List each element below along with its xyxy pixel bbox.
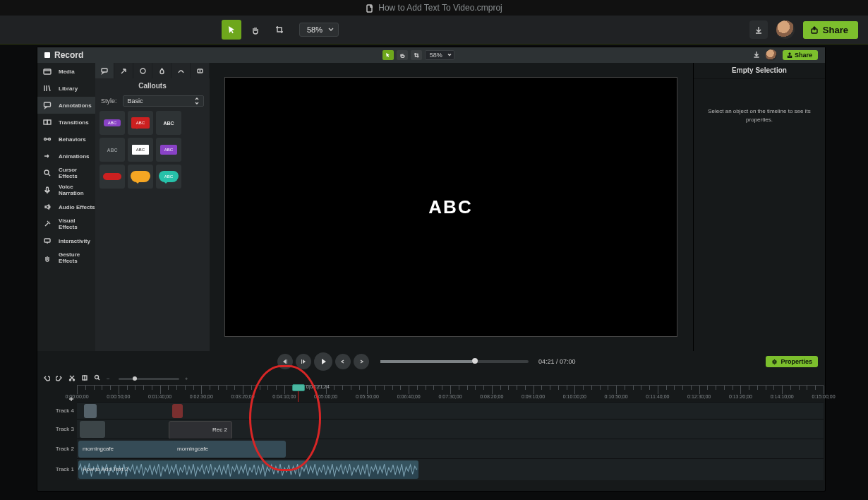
timeline-clip-audio[interactable]: morningcafe (78, 441, 177, 458)
cut-icon[interactable] (68, 374, 76, 383)
sidebar-item-voice-narration[interactable]: Voice Narration (37, 181, 95, 198)
inner-crop-tool[interactable] (411, 50, 422, 60)
track-label: Track 2 (56, 446, 74, 452)
annotation-tab-shapes[interactable] (133, 63, 152, 78)
inner-share-button[interactable]: Share (783, 50, 818, 60)
timeline-zoom-slider[interactable] (119, 378, 179, 380)
track-lane[interactable]: How to Add Text 2 (77, 458, 824, 480)
timeline-ruler[interactable]: 0:00:00;000:00:50;000:01:40;000:02:30;00… (39, 385, 824, 402)
callout-swatch[interactable]: ABC (156, 165, 181, 189)
track-lane[interactable]: Rec 2 (77, 419, 824, 439)
step-forward-button[interactable] (296, 354, 311, 369)
record-label[interactable]: Record (54, 50, 83, 60)
timeline-track: Track 3 Rec 2 (39, 419, 824, 439)
inner-zoom-select[interactable]: 58% (425, 50, 454, 60)
split-icon[interactable] (81, 374, 88, 383)
sidebar-item-annotations[interactable]: Annotations (37, 97, 95, 114)
scrub-knob[interactable] (472, 358, 478, 364)
inner-user-avatar[interactable] (766, 49, 777, 61)
inner-cursor-tool[interactable] (382, 50, 394, 60)
ruler-label: 0:05:00;00 (314, 394, 337, 399)
callout-swatch[interactable]: ABC (100, 138, 125, 162)
prev-marker-button[interactable] (335, 354, 351, 369)
zoom-in-icon[interactable]: + (185, 376, 188, 382)
track-label: Track 4 (56, 407, 74, 414)
cursor-tool-button[interactable] (222, 20, 241, 40)
track-label: Track 3 (56, 426, 74, 432)
sidebar-item-audio-effects[interactable]: Audio Effects (37, 198, 95, 215)
sidebar-item-behaviors[interactable]: Behaviors (37, 131, 95, 148)
sidebar-item-media[interactable]: Media (37, 63, 95, 80)
timeline-track: Track 1 How to Add Text 2 (39, 458, 824, 480)
timeline-track: Track 2 morningcafe morningcafe (39, 439, 824, 458)
annotation-tab-keystroke[interactable] (191, 63, 210, 78)
inner-download-button[interactable] (753, 50, 760, 60)
canvas-zoom-select[interactable]: 58% (299, 23, 339, 37)
track-lane[interactable] (77, 402, 824, 419)
download-button[interactable] (749, 20, 768, 39)
timeline-clip[interactable] (172, 404, 183, 418)
playhead[interactable]: 0:04:21;24 (292, 384, 305, 391)
timeline-zoom-knob[interactable] (133, 376, 137, 381)
ruler-label: 0:14:10;00 (771, 394, 794, 399)
callout-swatch[interactable]: ABC (156, 111, 181, 135)
annotation-tab-sketch[interactable] (171, 63, 191, 78)
sidebar-item-library[interactable]: Library (37, 80, 95, 97)
ruler-label: 0:02:30;00 (190, 394, 213, 399)
annotation-tab-blur[interactable] (152, 63, 171, 78)
sidebar-item-interactivity[interactable]: Interactivity (37, 232, 95, 249)
undo-icon[interactable] (43, 374, 50, 383)
style-select[interactable]: Basic (123, 95, 204, 107)
ruler-tick (201, 386, 202, 394)
svg-rect-11 (102, 69, 107, 72)
hand-tool-button[interactable] (246, 20, 265, 40)
callout-swatch[interactable]: ABC (100, 111, 125, 135)
annotation-tab-arrows[interactable] (114, 63, 133, 78)
timeline-clip-recording[interactable]: Rec 2 (169, 421, 232, 439)
scrub-bar[interactable] (380, 360, 529, 363)
window-titlebar: How to Add Text To Video.cmproj (0, 0, 868, 16)
ruler-tick (658, 386, 658, 394)
crop-tool-button[interactable] (270, 20, 289, 40)
properties-button[interactable]: Properties (766, 356, 818, 367)
sidebar-item-animations[interactable]: Animations (37, 148, 95, 165)
zoom-timeline-icon[interactable] (94, 374, 101, 383)
track-lane[interactable]: morningcafe morningcafe (77, 439, 824, 459)
ruler-label: 0:12:30;00 (687, 394, 711, 399)
user-avatar[interactable] (776, 20, 795, 39)
step-back-button[interactable] (277, 354, 293, 369)
ruler-tick (492, 386, 493, 394)
properties-empty-message: Select an object on the timeline to see … (694, 79, 825, 153)
canvas-text-callout[interactable]: ABC (428, 196, 472, 218)
timeline-clip[interactable] (84, 404, 97, 418)
ruler-label: 0:03:20;00 (231, 394, 255, 399)
callout-swatch[interactable]: ABC (128, 138, 153, 162)
redo-icon[interactable] (56, 374, 63, 383)
play-button[interactable] (314, 352, 332, 371)
zoom-out-icon[interactable]: − (107, 376, 110, 382)
callout-swatch[interactable] (100, 165, 125, 189)
sidebar-item-transitions[interactable]: Transitions (37, 114, 95, 131)
transport-bar: 04:21 / 07:00 Properties (37, 351, 825, 372)
sidebar-item-visual-effects[interactable]: Visual Effects (37, 215, 95, 232)
inner-hand-tool[interactable] (397, 50, 408, 60)
sidebar-item-gesture-effects[interactable]: Gesture Effects (37, 249, 95, 266)
callout-swatch[interactable]: ABC (128, 111, 153, 135)
timeline-track: Track 4 (39, 402, 824, 419)
callout-swatch[interactable] (128, 165, 153, 189)
video-canvas[interactable]: ABC (225, 78, 677, 336)
timeline-clip-main[interactable]: How to Add Text 2 (78, 460, 418, 479)
ruler-tick (782, 386, 783, 394)
tool-sidebar: Media Library Annotations Transitions Be… (37, 63, 95, 351)
svg-rect-3 (44, 102, 51, 107)
ruler-tick (409, 386, 409, 394)
callout-swatch[interactable]: ABC (156, 138, 181, 162)
annotation-tab-callouts[interactable] (95, 63, 114, 78)
next-marker-button[interactable] (354, 354, 369, 369)
share-button[interactable]: Share (803, 21, 858, 39)
timeline-clip-audio[interactable]: morningcafe (173, 441, 286, 458)
timeline-clip[interactable] (90, 421, 105, 438)
sidebar-item-cursor-effects[interactable]: Cursor Effects (37, 165, 95, 181)
svg-point-14 (773, 361, 776, 363)
ruler-tick (243, 386, 243, 394)
